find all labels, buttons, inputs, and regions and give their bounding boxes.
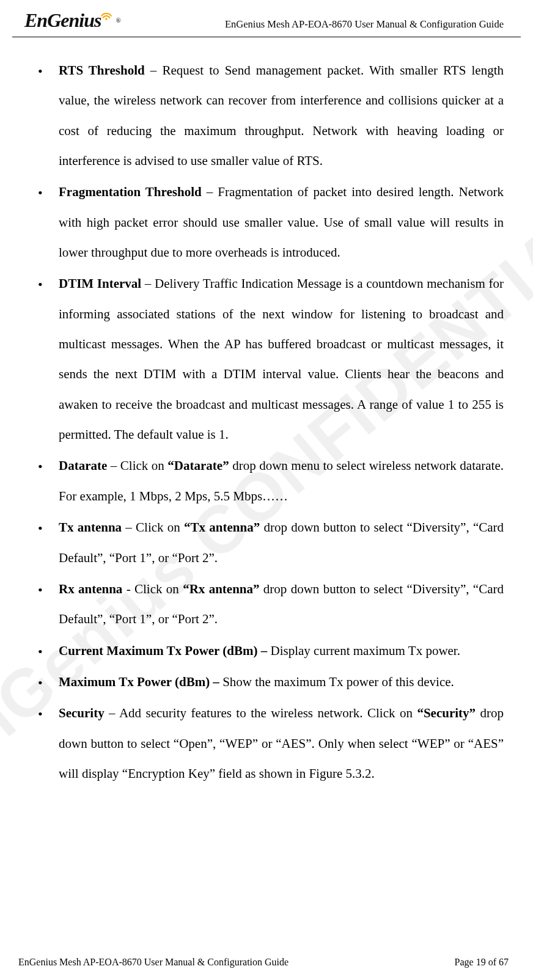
item-sep: – bbox=[105, 706, 119, 720]
list-item: Security – Add security features to the … bbox=[59, 698, 504, 789]
item-pre: Click on bbox=[134, 582, 183, 596]
registered-icon: ® bbox=[116, 16, 120, 24]
item-sep: – bbox=[141, 276, 155, 291]
footer-left: EnGenius Mesh AP-EOA-8670 User Manual & … bbox=[18, 957, 289, 968]
page-footer: EnGenius Mesh AP-EOA-8670 User Manual & … bbox=[0, 957, 533, 968]
item-lead: DTIM Interval bbox=[59, 276, 141, 291]
item-lead: Fragmentation Threshold bbox=[59, 185, 202, 199]
list-item: Current Maximum Tx Power (dBm) – Display… bbox=[59, 636, 504, 666]
item-lead: Tx antenna bbox=[59, 520, 122, 535]
signal-icon bbox=[100, 7, 113, 23]
item-sep: – bbox=[107, 458, 120, 473]
page-header: EnGenius ® EnGenius Mesh AP-EOA-8670 Use… bbox=[12, 0, 521, 37]
list-item: DTIM Interval – Delivery Traffic Indicat… bbox=[59, 269, 504, 450]
list-item: Tx antenna – Click on “Tx antenna” drop … bbox=[59, 513, 504, 573]
footer-right: Page 19 of 67 bbox=[455, 957, 509, 968]
svg-point-0 bbox=[106, 18, 108, 20]
item-lead: Current Maximum Tx Power (dBm) – bbox=[59, 643, 267, 658]
list-item: Rx antenna - Click on “Rx antenna” drop … bbox=[59, 574, 504, 635]
list-item: Maximum Tx Power (dBm) – Show the maximu… bbox=[59, 667, 504, 697]
item-lead: Maximum Tx Power (dBm) – bbox=[59, 675, 219, 689]
item-sep: – bbox=[145, 63, 163, 78]
item-lead: Security bbox=[59, 706, 105, 720]
item-sep: – bbox=[202, 185, 218, 199]
list-item: Datarate – Click on “Datarate” drop down… bbox=[59, 451, 504, 511]
item-quoted: “Rx antenna” bbox=[183, 582, 259, 596]
list-item: Fragmentation Threshold – Fragmentation … bbox=[59, 177, 504, 268]
item-lead: Datarate bbox=[59, 458, 107, 473]
item-quoted: “Tx antenna” bbox=[184, 520, 260, 535]
item-pre: Add security features to the wireless ne… bbox=[119, 706, 417, 720]
item-sep: – bbox=[122, 520, 136, 535]
document-title: EnGenius Mesh AP-EOA-8670 User Manual & … bbox=[225, 18, 504, 33]
item-sep: - bbox=[122, 582, 134, 596]
brand-logo: EnGenius ® bbox=[24, 7, 121, 33]
list-item: RTS Threshold – Request to Send manageme… bbox=[59, 56, 504, 176]
item-pre: Click on bbox=[120, 458, 168, 473]
item-lead: RTS Threshold bbox=[59, 63, 145, 78]
item-lead: Rx antenna bbox=[59, 582, 122, 596]
page-body: RTS Threshold – Request to Send manageme… bbox=[0, 37, 533, 789]
bullet-list: RTS Threshold – Request to Send manageme… bbox=[29, 56, 504, 789]
item-text: Display current maximum Tx power. bbox=[270, 643, 460, 658]
item-text: Delivery Traffic Indication Message is a… bbox=[59, 276, 504, 442]
item-text: Request to Send management packet. With … bbox=[59, 63, 504, 168]
logo-text: EnGenius bbox=[24, 9, 101, 32]
item-pre: Click on bbox=[136, 520, 184, 535]
item-quoted: “Datarate” bbox=[167, 458, 229, 473]
item-text: Show the maximum Tx power of this device… bbox=[222, 675, 454, 689]
item-quoted: “Security” bbox=[417, 706, 476, 720]
